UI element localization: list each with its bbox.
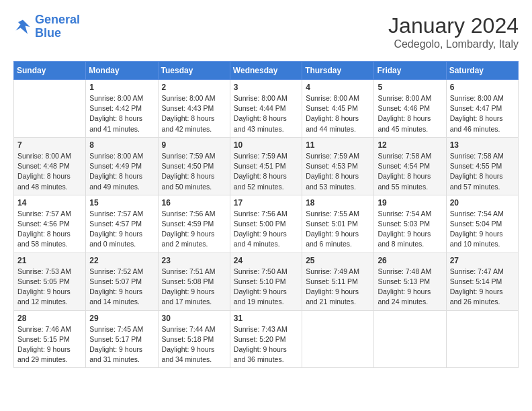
day-number: 15 (89, 198, 154, 208)
day-info: Sunrise: 7:52 AMSunset: 5:07 PMDaylight:… (89, 267, 154, 308)
day-info: Sunrise: 8:00 AMSunset: 4:42 PMDaylight:… (89, 93, 154, 134)
calendar-cell: 10Sunrise: 7:59 AMSunset: 4:51 PMDayligh… (230, 137, 302, 195)
logo-icon (13, 17, 32, 36)
day-info: Sunrise: 7:50 AMSunset: 5:10 PMDaylight:… (234, 267, 298, 308)
calendar-cell: 24Sunrise: 7:50 AMSunset: 5:10 PMDayligh… (230, 253, 302, 310)
day-number: 11 (306, 140, 370, 150)
day-info: Sunrise: 7:47 AMSunset: 5:14 PMDaylight:… (450, 267, 515, 308)
page-header: General Blue January 2024 Cedegolo, Lomb… (13, 13, 519, 50)
day-info: Sunrise: 7:51 AMSunset: 5:08 PMDaylight:… (162, 267, 226, 308)
day-number: 23 (162, 256, 226, 265)
day-number: 18 (306, 198, 370, 208)
day-info: Sunrise: 7:53 AMSunset: 5:05 PMDaylight:… (17, 267, 82, 308)
day-number: 26 (378, 256, 442, 265)
calendar-cell: 25Sunrise: 7:49 AMSunset: 5:11 PMDayligh… (302, 253, 374, 310)
day-number: 27 (450, 256, 515, 265)
day-info: Sunrise: 7:58 AMSunset: 4:55 PMDaylight:… (450, 151, 515, 192)
location: Cedegolo, Lombardy, Italy (388, 38, 519, 50)
day-info: Sunrise: 7:49 AMSunset: 5:11 PMDaylight:… (306, 267, 370, 308)
day-info: Sunrise: 8:00 AMSunset: 4:49 PMDaylight:… (89, 151, 154, 192)
day-number: 13 (450, 140, 515, 150)
calendar-cell: 30Sunrise: 7:44 AMSunset: 5:18 PMDayligh… (158, 310, 230, 368)
day-number: 17 (234, 198, 298, 208)
day-number: 1 (89, 83, 154, 92)
calendar-week-row: 21Sunrise: 7:53 AMSunset: 5:05 PMDayligh… (14, 253, 519, 310)
calendar-cell: 15Sunrise: 7:57 AMSunset: 4:57 PMDayligh… (86, 195, 158, 253)
day-number: 16 (162, 198, 226, 208)
day-info: Sunrise: 7:59 AMSunset: 4:51 PMDaylight:… (234, 151, 298, 192)
day-info: Sunrise: 7:59 AMSunset: 4:53 PMDaylight:… (306, 151, 370, 192)
day-number: 21 (17, 256, 82, 265)
day-info: Sunrise: 7:54 AMSunset: 5:04 PMDaylight:… (450, 209, 515, 250)
day-info: Sunrise: 8:00 AMSunset: 4:44 PMDaylight:… (234, 93, 298, 134)
calendar-cell (446, 310, 518, 368)
day-number: 30 (162, 314, 226, 323)
day-info: Sunrise: 7:48 AMSunset: 5:13 PMDaylight:… (378, 267, 442, 308)
day-number: 3 (234, 83, 298, 92)
day-number: 28 (17, 314, 82, 323)
calendar-cell: 28Sunrise: 7:46 AMSunset: 5:15 PMDayligh… (14, 310, 86, 368)
day-info: Sunrise: 7:54 AMSunset: 5:03 PMDaylight:… (378, 209, 442, 250)
calendar-cell (302, 310, 374, 368)
weekday-header: Saturday (446, 62, 518, 80)
day-info: Sunrise: 7:57 AMSunset: 4:56 PMDaylight:… (17, 209, 82, 250)
day-info: Sunrise: 8:00 AMSunset: 4:48 PMDaylight:… (17, 151, 82, 192)
month-title: January 2024 (388, 13, 519, 38)
calendar-cell: 22Sunrise: 7:52 AMSunset: 5:07 PMDayligh… (86, 253, 158, 310)
day-number: 7 (17, 140, 82, 150)
calendar-cell: 20Sunrise: 7:54 AMSunset: 5:04 PMDayligh… (446, 195, 518, 253)
day-info: Sunrise: 7:43 AMSunset: 5:20 PMDaylight:… (234, 324, 298, 365)
calendar-cell: 11Sunrise: 7:59 AMSunset: 4:53 PMDayligh… (302, 137, 374, 195)
day-info: Sunrise: 8:00 AMSunset: 4:47 PMDaylight:… (450, 93, 515, 134)
day-info: Sunrise: 7:44 AMSunset: 5:18 PMDaylight:… (162, 324, 226, 365)
day-info: Sunrise: 7:58 AMSunset: 4:54 PMDaylight:… (378, 151, 442, 192)
calendar-cell: 17Sunrise: 7:56 AMSunset: 5:00 PMDayligh… (230, 195, 302, 253)
day-info: Sunrise: 8:00 AMSunset: 4:46 PMDaylight:… (378, 93, 442, 134)
day-number: 4 (306, 83, 370, 92)
calendar-week-row: 28Sunrise: 7:46 AMSunset: 5:15 PMDayligh… (14, 310, 519, 368)
weekday-header: Thursday (302, 62, 374, 80)
day-number: 29 (89, 314, 154, 323)
day-number: 14 (17, 198, 82, 208)
title-block: January 2024 Cedegolo, Lombardy, Italy (388, 13, 519, 50)
day-info: Sunrise: 7:46 AMSunset: 5:15 PMDaylight:… (17, 324, 82, 365)
calendar-cell: 13Sunrise: 7:58 AMSunset: 4:55 PMDayligh… (446, 137, 518, 195)
day-number: 6 (450, 83, 515, 92)
calendar-header-row: SundayMondayTuesdayWednesdayThursdayFrid… (14, 62, 519, 80)
day-info: Sunrise: 8:00 AMSunset: 4:45 PMDaylight:… (306, 93, 370, 134)
calendar-cell: 14Sunrise: 7:57 AMSunset: 4:56 PMDayligh… (14, 195, 86, 253)
day-number: 9 (162, 140, 226, 150)
calendar-cell: 27Sunrise: 7:47 AMSunset: 5:14 PMDayligh… (446, 253, 518, 310)
calendar-cell: 12Sunrise: 7:58 AMSunset: 4:54 PMDayligh… (374, 137, 446, 195)
calendar-cell: 6Sunrise: 8:00 AMSunset: 4:47 PMDaylight… (446, 80, 518, 138)
weekday-header: Sunday (14, 62, 86, 80)
calendar-cell: 23Sunrise: 7:51 AMSunset: 5:08 PMDayligh… (158, 253, 230, 310)
calendar-cell: 8Sunrise: 8:00 AMSunset: 4:49 PMDaylight… (86, 137, 158, 195)
day-number: 25 (306, 256, 370, 265)
day-info: Sunrise: 7:56 AMSunset: 4:59 PMDaylight:… (162, 209, 226, 250)
weekday-header: Wednesday (230, 62, 302, 80)
day-info: Sunrise: 7:56 AMSunset: 5:00 PMDaylight:… (234, 209, 298, 250)
calendar-cell: 4Sunrise: 8:00 AMSunset: 4:45 PMDaylight… (302, 80, 374, 138)
day-info: Sunrise: 7:59 AMSunset: 4:50 PMDaylight:… (162, 151, 226, 192)
day-number: 5 (378, 83, 442, 92)
logo-text: General Blue (35, 13, 80, 40)
calendar-cell: 7Sunrise: 8:00 AMSunset: 4:48 PMDaylight… (14, 137, 86, 195)
calendar-week-row: 1Sunrise: 8:00 AMSunset: 4:42 PMDaylight… (14, 80, 519, 138)
day-number: 2 (162, 83, 226, 92)
weekday-header: Friday (374, 62, 446, 80)
calendar-cell: 1Sunrise: 8:00 AMSunset: 4:42 PMDaylight… (86, 80, 158, 138)
day-info: Sunrise: 7:45 AMSunset: 5:17 PMDaylight:… (89, 324, 154, 365)
calendar-cell: 31Sunrise: 7:43 AMSunset: 5:20 PMDayligh… (230, 310, 302, 368)
day-number: 10 (234, 140, 298, 150)
calendar-cell: 21Sunrise: 7:53 AMSunset: 5:05 PMDayligh… (14, 253, 86, 310)
day-number: 31 (234, 314, 298, 323)
calendar-cell (374, 310, 446, 368)
calendar-week-row: 7Sunrise: 8:00 AMSunset: 4:48 PMDaylight… (14, 137, 519, 195)
weekday-header: Monday (86, 62, 158, 80)
day-info: Sunrise: 7:55 AMSunset: 5:01 PMDaylight:… (306, 209, 370, 250)
day-number: 22 (89, 256, 154, 265)
calendar-cell: 29Sunrise: 7:45 AMSunset: 5:17 PMDayligh… (86, 310, 158, 368)
calendar-cell (14, 80, 86, 138)
calendar-cell: 3Sunrise: 8:00 AMSunset: 4:44 PMDaylight… (230, 80, 302, 138)
